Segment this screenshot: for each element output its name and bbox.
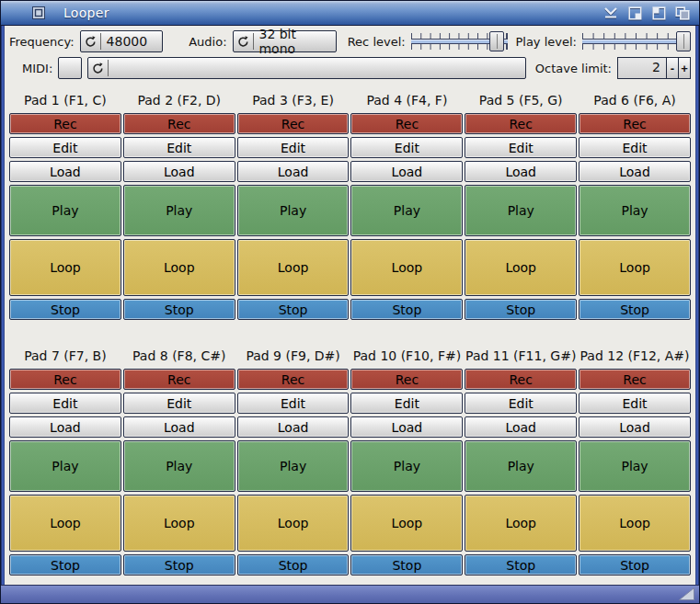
pad-loop-button[interactable]: Loop [237,495,350,552]
pad-column-9: Pad 9 (F9, D#) Rec Edit Load Play Loop S… [237,348,350,576]
pad-rec-button[interactable]: Rec [123,369,235,390]
pad-loop-button[interactable]: Loop [123,239,235,296]
pad-stop-button[interactable]: Stop [237,554,350,576]
pad-stop-button[interactable]: Stop [579,554,691,576]
pad-edit-button[interactable]: Edit [579,137,691,158]
octave-limit-value[interactable]: 2 [617,57,667,79]
pad-edit-button[interactable]: Edit [579,393,691,414]
pad-load-button[interactable]: Load [579,161,691,182]
zoom-small-button[interactable] [625,5,644,21]
pad-rec-button[interactable]: Rec [579,369,691,390]
pad-edit-button[interactable]: Edit [465,393,577,414]
pad-edit-button[interactable]: Edit [9,137,121,158]
pad-loop-button[interactable]: Loop [123,495,235,552]
octave-decrement-button[interactable]: - [666,57,679,79]
pad-loop-button[interactable]: Loop [465,239,577,296]
pad-loop-button[interactable]: Loop [350,495,463,552]
pad-edit-button[interactable]: Edit [350,137,463,158]
pad-load-button[interactable]: Load [123,416,235,438]
pad-play-button[interactable]: Play [9,440,121,492]
pad-play-button[interactable]: Play [123,440,235,492]
pad-play-button[interactable]: Play [579,185,691,236]
pad-rec-button[interactable]: Rec [9,113,121,134]
pad-stop-button[interactable]: Stop [9,554,121,576]
pad-rec-button[interactable]: Rec [237,113,350,134]
pad-title: Pad 12 (F12, A#) [579,348,691,364]
pad-loop-button[interactable]: Loop [579,239,691,296]
iconify-button[interactable] [602,5,620,21]
pad-load-button[interactable]: Load [350,161,463,182]
pad-play-button[interactable]: Play [350,185,463,236]
pad-load-button[interactable]: Load [237,416,350,438]
pad-loop-button[interactable]: Loop [9,495,121,552]
pad-rec-button[interactable]: Rec [9,369,121,390]
window-menu-icon[interactable] [32,6,45,19]
rec-level-knob[interactable] [489,31,504,51]
pad-stop-button[interactable]: Stop [579,299,691,320]
pad-rec-button[interactable]: Rec [350,369,463,390]
audio-cycle-gadget[interactable]: 32 bit mono [233,30,337,52]
octave-increment-button[interactable]: + [678,57,691,79]
pad-play-button[interactable]: Play [123,185,235,236]
pad-loop-button[interactable]: Loop [9,239,121,296]
cycle-separator [100,33,101,50]
pad-loop-button[interactable]: Loop [465,495,577,552]
pad-play-button[interactable]: Play [579,440,691,492]
pad-rec-button[interactable]: Rec [123,113,235,134]
pad-load-button[interactable]: Load [237,161,350,182]
pad-stop-button[interactable]: Stop [350,554,463,576]
pad-play-button[interactable]: Play [465,185,577,236]
midi-label: MIDI: [22,62,52,75]
rec-level-slider[interactable] [411,31,509,51]
pad-edit-button[interactable]: Edit [237,393,350,414]
pad-play-button[interactable]: Play [237,185,350,236]
play-level-knob[interactable] [676,31,691,51]
midi-device-cycle-gadget[interactable] [87,57,525,79]
pad-rec-button[interactable]: Rec [465,113,577,134]
play-level-slider[interactable] [582,31,691,51]
pad-load-button[interactable]: Load [9,416,121,438]
window-border-right [695,26,699,585]
pad-play-button[interactable]: Play [237,440,350,492]
pad-play-button[interactable]: Play [465,440,577,492]
pad-load-button[interactable]: Load [350,416,463,438]
depth-button[interactable] [673,5,692,21]
cycle-separator [253,33,254,50]
pad-load-button[interactable]: Load [465,161,577,182]
pad-stop-button[interactable]: Stop [237,299,350,320]
pad-load-button[interactable]: Load [123,161,235,182]
rec-level-label: Rec level: [348,35,406,49]
pad-stop-button[interactable]: Stop [123,554,235,576]
pad-load-button[interactable]: Load [579,416,691,438]
midi-toggle-button[interactable] [58,57,82,79]
pad-edit-button[interactable]: Edit [465,137,577,158]
pad-loop-button[interactable]: Loop [579,495,691,552]
pad-stop-button[interactable]: Stop [9,299,121,320]
titlebar[interactable]: Looper [1,1,699,26]
pad-edit-button[interactable]: Edit [237,137,350,158]
pad-play-button[interactable]: Play [9,185,121,236]
pad-edit-button[interactable]: Edit [350,393,463,414]
zoom-big-button[interactable] [649,5,668,21]
pad-rec-button[interactable]: Rec [465,369,577,390]
pad-edit-button[interactable]: Edit [123,393,235,414]
pad-column-3: Pad 3 (F3, E) Rec Edit Load Play Loop St… [237,92,350,320]
resize-handle[interactable] [679,587,694,600]
pad-rec-button[interactable]: Rec [237,369,350,390]
pad-edit-button[interactable]: Edit [9,393,121,414]
pad-load-button[interactable]: Load [465,416,577,438]
pad-load-button[interactable]: Load [9,161,121,182]
pad-stop-button[interactable]: Stop [350,299,463,320]
pad-loop-button[interactable]: Loop [350,239,463,296]
pad-edit-button[interactable]: Edit [123,137,235,158]
pad-rec-button[interactable]: Rec [350,113,463,134]
pad-rec-button[interactable]: Rec [579,113,691,134]
pad-loop-button[interactable]: Loop [237,239,350,296]
pad-stop-button[interactable]: Stop [123,299,235,320]
pad-play-button[interactable]: Play [350,440,463,492]
pad-column-12: Pad 12 (F12, A#) Rec Edit Load Play Loop… [579,348,691,576]
pad-stop-button[interactable]: Stop [465,299,577,320]
pad-title: Pad 2 (F2, D) [123,92,235,108]
pad-stop-button[interactable]: Stop [465,554,577,576]
frequency-cycle-gadget[interactable]: 48000 [80,30,164,52]
